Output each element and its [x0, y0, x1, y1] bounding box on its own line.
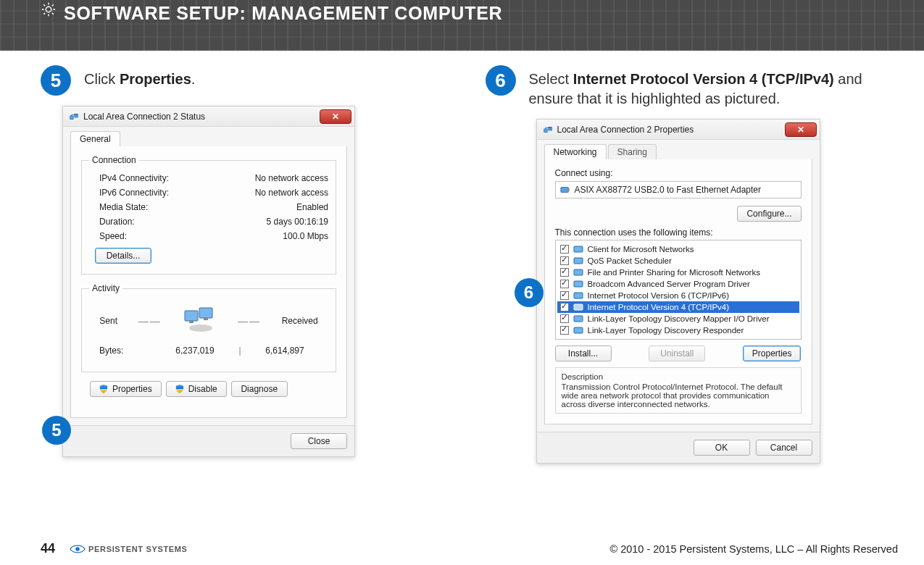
kv-row: IPv4 Connectivity:No network access: [89, 171, 328, 185]
shield-icon: [99, 385, 108, 393]
list-item[interactable]: QoS Packet Scheduler: [557, 255, 799, 267]
bytes-received: 6,614,897: [247, 346, 322, 356]
list-item[interactable]: Internet Protocol Version 6 (TCP/IPv6): [557, 290, 799, 301]
page-number: 44: [41, 541, 55, 556]
network-icon: [543, 125, 553, 135]
svg-rect-13: [574, 258, 583, 264]
svg-rect-6: [204, 318, 208, 320]
page-footer: 44 PERSISTENT SYSTEMS © 2010 - 2015 Pers…: [0, 541, 924, 556]
adapter-field: ASIX AX88772 USB2.0 to Fast Ethernet Ada…: [555, 181, 802, 198]
nic-icon: [560, 185, 570, 195]
close-dialog-button[interactable]: Close: [291, 433, 347, 449]
props-title: Local Area Connection 2 Properties: [557, 125, 694, 135]
component-icon: [573, 302, 583, 312]
description-label: Description: [562, 372, 795, 381]
items-list[interactable]: Client for Microsoft NetworksQoS Packet …: [555, 240, 802, 340]
callout-5: 5: [42, 416, 71, 445]
kv-row: Duration:5 days 00:16:19: [89, 214, 328, 229]
list-item-label: Link-Layer Topology Discovery Responder: [588, 326, 744, 335]
list-item-label: File and Printer Sharing for Microsoft N…: [588, 268, 760, 277]
checkbox[interactable]: [560, 291, 569, 300]
bytes-sent: 6,237,019: [157, 346, 233, 356]
tab-general[interactable]: General: [70, 131, 120, 146]
svg-rect-18: [574, 316, 583, 322]
page-header: SOFTWARE SETUP: MANAGEMENT COMPUTER: [0, 0, 924, 51]
step-number-6: 6: [486, 65, 516, 96]
checkbox[interactable]: [560, 256, 569, 265]
step-number-5: 5: [41, 65, 71, 96]
uninstall-button: Uninstall: [649, 346, 705, 361]
list-item[interactable]: Link-Layer Topology Discovery Responder: [557, 325, 799, 336]
close-icon: ✕: [797, 125, 804, 134]
cancel-button[interactable]: Cancel: [756, 440, 812, 456]
kv-row: Media State:Enabled: [89, 200, 328, 214]
props-titlebar: Local Area Connection 2 Properties ✕: [537, 120, 820, 140]
step-6-text: Select Internet Protocol Version 4 (TCP/…: [529, 65, 899, 109]
svg-rect-1: [70, 116, 73, 119]
list-item[interactable]: Link-Layer Topology Discovery Mapper I/O…: [557, 313, 799, 325]
status-title: Local Area Connection 2 Status: [83, 112, 205, 122]
component-icon: [573, 267, 583, 277]
brand-mark-icon: [70, 544, 86, 554]
ok-button[interactable]: OK: [694, 440, 750, 456]
uses-label: This connection uses the following items…: [555, 227, 802, 238]
svg-rect-8: [544, 129, 546, 132]
svg-point-7: [189, 325, 212, 332]
checkbox[interactable]: [560, 245, 569, 254]
copyright: © 2010 - 2015 Persistent Systems, LLC – …: [609, 543, 898, 555]
svg-rect-3: [185, 311, 198, 321]
close-button[interactable]: ✕: [320, 109, 351, 124]
component-icon: [573, 290, 583, 301]
component-icon: [573, 325, 583, 335]
properties-button[interactable]: Properties: [90, 381, 162, 397]
component-icon: [573, 244, 583, 254]
component-icon: [573, 314, 583, 324]
gear-icon: [41, 1, 57, 17]
component-icon: [573, 256, 583, 266]
status-titlebar: Local Area Connection 2 Status ✕: [63, 106, 354, 127]
svg-rect-10: [560, 188, 568, 193]
kv-row: IPv6 Connectivity:No network access: [89, 185, 328, 200]
list-item-label: Internet Protocol Version 4 (TCP/IPv4): [588, 303, 730, 311]
svg-rect-17: [574, 304, 583, 310]
list-item[interactable]: File and Printer Sharing for Microsoft N…: [557, 267, 799, 278]
list-item-label: Broadcom Advanced Server Program Driver: [588, 280, 750, 288]
details-button[interactable]: Details...: [95, 248, 151, 264]
list-item[interactable]: Internet Protocol Version 4 (TCP/IPv4): [557, 301, 799, 313]
close-button[interactable]: ✕: [785, 122, 817, 137]
tab-sharing[interactable]: Sharing: [608, 144, 657, 159]
svg-rect-16: [574, 293, 583, 298]
checkbox[interactable]: [560, 314, 569, 323]
sent-label: Sent: [99, 316, 117, 326]
svg-rect-12: [574, 246, 583, 252]
configure-button[interactable]: Configure...: [737, 206, 801, 222]
svg-rect-15: [574, 281, 583, 287]
list-item[interactable]: Client for Microsoft Networks: [557, 243, 799, 255]
install-button[interactable]: Install...: [555, 346, 612, 361]
step-5-text: Click Properties.: [84, 65, 195, 96]
properties-dialog: Local Area Connection 2 Properties ✕ Net…: [536, 119, 820, 464]
svg-point-0: [46, 7, 51, 12]
shield-icon: [175, 385, 184, 393]
brand-logo: PERSISTENT SYSTEMS: [70, 544, 188, 554]
status-dialog: Local Area Connection 2 Status ✕ General…: [62, 106, 355, 457]
svg-rect-19: [574, 327, 583, 333]
svg-rect-4: [199, 308, 212, 318]
received-label: Received: [282, 316, 318, 326]
checkbox[interactable]: [560, 326, 569, 335]
diagnose-button[interactable]: Diagnose: [231, 381, 288, 397]
tab-networking[interactable]: Networking: [544, 144, 607, 159]
group-connection-label: Connection: [89, 155, 139, 165]
list-item-label: Client for Microsoft Networks: [588, 245, 694, 254]
list-item[interactable]: Broadcom Advanced Server Program Driver: [557, 278, 799, 290]
checkbox[interactable]: [560, 303, 569, 311]
item-properties-button[interactable]: Properties: [743, 346, 802, 361]
list-item-label: Link-Layer Topology Discovery Mapper I/O…: [588, 314, 770, 323]
page-title: SOFTWARE SETUP: MANAGEMENT COMPUTER: [64, 3, 502, 24]
svg-rect-5: [189, 321, 193, 323]
checkbox[interactable]: [560, 280, 569, 288]
callout-6: 6: [515, 278, 544, 307]
connect-using-label: Connect using:: [555, 168, 802, 178]
disable-button[interactable]: Disable: [166, 381, 227, 397]
checkbox[interactable]: [560, 268, 569, 277]
